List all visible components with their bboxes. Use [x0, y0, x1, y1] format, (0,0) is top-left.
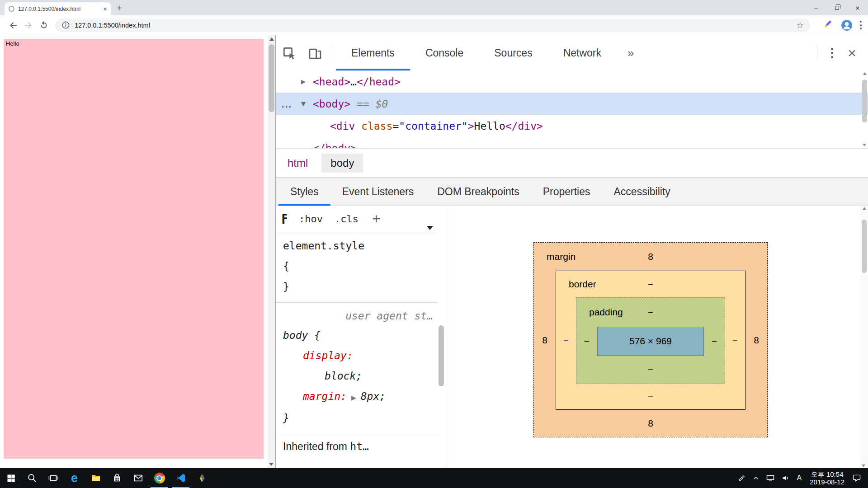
tab-event-listeners[interactable]: Event Listeners [330, 178, 426, 206]
user-agent-style-section[interactable]: user agent st… body { display: block; ma… [276, 303, 438, 434]
metrics-scrollbar[interactable] [860, 206, 868, 468]
back-button[interactable] [5, 18, 21, 33]
css-property-margin[interactable]: margin: [303, 390, 347, 402]
start-button[interactable] [0, 468, 21, 488]
url-text[interactable]: 127.0.0.1:5500/index.html [75, 22, 150, 29]
inherited-node-link[interactable]: ht… [350, 441, 369, 452]
new-style-rule-button[interactable]: + [372, 211, 381, 227]
css-property-display[interactable]: display: [303, 350, 353, 361]
inspect-element-button[interactable] [276, 35, 302, 70]
device-toolbar-button[interactable] [302, 35, 328, 70]
taskbar-edge-button[interactable]: e [64, 468, 85, 488]
more-tabs-icon[interactable]: » [617, 35, 645, 70]
minimize-button[interactable]: – [806, 0, 826, 15]
network-icon[interactable] [766, 474, 775, 483]
scroll-down-arrow-icon[interactable] [862, 465, 865, 467]
restore-button[interactable] [826, 0, 847, 15]
toggle-class-button[interactable]: .cls [335, 213, 359, 225]
toggle-hover-state-button[interactable]: :hov [299, 213, 323, 225]
taskbar-vscode-button[interactable] [170, 468, 191, 488]
scroll-up-arrow-icon[interactable] [863, 72, 867, 75]
border-top-value[interactable]: − [648, 279, 653, 289]
box-model-margin[interactable]: margin 8 8 border − [533, 242, 768, 437]
element-style-selector[interactable]: element.style [283, 240, 364, 252]
extension-icon[interactable] [824, 19, 834, 31]
taskbar-chrome-button[interactable] [149, 468, 170, 488]
dom-row-head[interactable]: ▶ <head>…</head> [276, 70, 868, 93]
scroll-up-arrow-icon[interactable] [269, 38, 274, 41]
new-tab-button[interactable]: + [117, 3, 122, 14]
devtools-menu-icon[interactable] [821, 35, 843, 70]
page-info-icon[interactable] [61, 21, 70, 29]
tab-dom-breakpoints[interactable]: DOM Breakpoints [425, 178, 531, 206]
window-close-button[interactable]: × [847, 0, 868, 15]
tab-sources[interactable]: Sources [479, 35, 547, 70]
dom-gutter-ellipsis[interactable]: … [276, 98, 301, 110]
dom-tree-scrollbar[interactable] [861, 71, 868, 147]
volume-icon[interactable] [781, 474, 790, 483]
bookmark-star-icon[interactable]: ☆ [797, 20, 804, 30]
border-right-value[interactable]: − [725, 297, 745, 384]
scroll-down-arrow-icon[interactable] [863, 144, 866, 146]
hidden-icons-chevron[interactable] [752, 474, 760, 482]
padding-top-value[interactable]: − [648, 307, 653, 317]
scrollbar-thumb[interactable] [862, 220, 867, 273]
padding-right-value[interactable]: − [704, 327, 725, 356]
element-style-section[interactable]: element.style { } [276, 232, 438, 303]
tab-properties[interactable]: Properties [531, 178, 602, 206]
padding-left-value[interactable]: − [576, 327, 597, 356]
tab-console[interactable]: Console [410, 35, 479, 70]
border-bottom-value[interactable]: − [556, 384, 745, 409]
scrollbar-thumb[interactable] [862, 80, 867, 122]
reload-button[interactable] [36, 18, 52, 33]
devtools-close-icon[interactable]: × [843, 35, 868, 70]
scrollbar-thumb[interactable] [439, 325, 444, 386]
tab-close-icon[interactable]: × [103, 5, 107, 13]
address-bar[interactable]: 127.0.0.1:5500/index.html ☆ [55, 19, 810, 32]
pen-icon[interactable] [738, 474, 746, 482]
box-model-content[interactable]: 576 × 969 [597, 327, 704, 356]
box-model-padding[interactable]: padding − − 576 × 969 [576, 297, 725, 384]
taskbar-file-explorer-button[interactable] [85, 468, 106, 488]
taskbar-mail-button[interactable] [127, 468, 149, 488]
profile-avatar[interactable] [841, 19, 853, 31]
dom-row-clipped[interactable]: </body> [276, 137, 868, 148]
collapse-arrow-icon[interactable]: ▼ [301, 100, 313, 107]
body-rule-selector[interactable]: body { [283, 329, 321, 341]
styles-pane-scrollbar[interactable] [438, 206, 445, 468]
forward-button[interactable] [21, 18, 36, 33]
padding-bottom-value[interactable]: − [576, 356, 725, 384]
page-scrollbar[interactable] [268, 35, 275, 468]
expand-arrow-icon[interactable]: ▶ [301, 78, 313, 85]
margin-left-value[interactable]: 8 [534, 271, 556, 410]
content-size-value[interactable]: 576 × 969 [629, 336, 672, 347]
taskbar-app-button[interactable] [191, 468, 212, 488]
taskbar-clock[interactable]: 오후 10:54 2019-08-12 [810, 470, 844, 486]
tab-elements[interactable]: Elements [336, 35, 410, 70]
dom-row-body-selected[interactable]: … ▼ <body>== $0 [276, 93, 868, 115]
browser-tab[interactable]: 127.0.0.1:5500/index.html × [5, 2, 111, 15]
ime-indicator[interactable]: A [797, 474, 802, 482]
filter-input[interactable]: F [281, 211, 287, 227]
box-model-border[interactable]: border − − padding − [556, 271, 745, 410]
margin-bottom-value[interactable]: 8 [534, 410, 767, 437]
browser-menu-icon[interactable] [860, 20, 862, 30]
action-center-icon[interactable] [852, 474, 861, 483]
margin-right-value[interactable]: 8 [745, 271, 767, 410]
tab-styles[interactable]: Styles [278, 178, 330, 206]
taskbar-search-button[interactable] [21, 468, 42, 488]
margin-top-value[interactable]: 8 [648, 251, 653, 262]
breadcrumb-body[interactable]: body [321, 154, 363, 173]
tab-network[interactable]: Network [548, 35, 617, 70]
scroll-down-arrow-icon[interactable] [269, 463, 274, 466]
dropdown-triangle-icon[interactable] [427, 226, 433, 230]
expand-shorthand-icon[interactable]: ▶ [351, 394, 356, 401]
scrollbar-thumb[interactable] [269, 44, 274, 112]
taskbar-store-button[interactable] [106, 468, 127, 488]
breadcrumb-html[interactable]: html [288, 157, 308, 169]
tab-accessibility[interactable]: Accessibility [602, 178, 682, 206]
scroll-up-arrow-icon[interactable] [863, 207, 866, 210]
task-view-button[interactable] [42, 468, 64, 488]
border-left-value[interactable]: − [556, 297, 576, 384]
dom-row-div[interactable]: <div class="container">Hello</div> [276, 115, 868, 137]
